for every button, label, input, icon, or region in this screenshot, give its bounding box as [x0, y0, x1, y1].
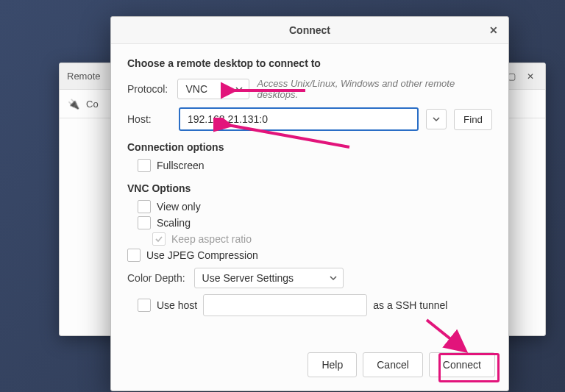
host-input[interactable] [179, 107, 419, 131]
fullscreen-label: Fullscreen [157, 160, 205, 171]
choose-heading: Choose a remote desktop to connect to [127, 57, 492, 69]
checkbox-icon[interactable] [138, 299, 151, 312]
checkbox-icon [138, 216, 151, 229]
plug-icon: 🔌 [67, 97, 80, 110]
dialog-titlebar: Connect ✕ [111, 17, 508, 44]
ssh-use-host-label: Use host [157, 299, 197, 311]
dialog-title: Connect [289, 24, 330, 36]
cancel-button[interactable]: Cancel [363, 352, 423, 377]
host-history-dropdown[interactable] [426, 109, 447, 129]
connect-button[interactable]: Connect [429, 352, 495, 377]
connection-options-heading: Connection options [127, 141, 492, 153]
keep-aspect-checkbox: Keep aspect ratio [152, 232, 492, 246]
fullscreen-checkbox[interactable]: Fullscreen [138, 159, 492, 172]
color-depth-row: Color Depth: Use Server Settings [127, 268, 492, 288]
vnc-options-heading: VNC Options [127, 182, 492, 194]
help-button[interactable]: Help [308, 352, 357, 377]
view-only-label: View only [157, 201, 201, 213]
checkbox-icon [138, 200, 151, 213]
protocol-value: VNC [185, 83, 207, 95]
scaling-label: Scaling [157, 217, 191, 229]
protocol-row: Protocol: VNC Access Unix/Linux, Windows… [127, 78, 492, 100]
color-depth-value: Use Server Settings [202, 272, 294, 284]
checkbox-icon [127, 249, 141, 262]
protocol-hint: Access Unix/Linux, Windows and other rem… [257, 78, 492, 100]
jpeg-compression-checkbox[interactable]: Use JPEG Compression [127, 249, 492, 262]
close-icon: ✕ [489, 24, 498, 36]
scaling-checkbox[interactable]: Scaling [138, 216, 492, 229]
ssh-tunnel-suffix: as a SSH tunnel [373, 299, 447, 311]
bg-toolbar-text: Co [86, 99, 99, 110]
jpeg-label: Use JPEG Compression [146, 249, 258, 261]
chevron-down-icon [330, 272, 337, 284]
ssh-tunnel-row: Use host as a SSH tunnel [138, 294, 492, 316]
checkbox-icon [152, 232, 166, 246]
color-depth-dropdown[interactable]: Use Server Settings [194, 268, 344, 288]
view-only-checkbox[interactable]: View only [138, 200, 492, 213]
close-icon[interactable]: ✕ [523, 69, 538, 84]
dialog-body: Choose a remote desktop to connect to Pr… [111, 44, 508, 342]
bg-title: Remote [67, 71, 101, 82]
connect-dialog: Connect ✕ Choose a remote desktop to con… [110, 16, 509, 391]
find-button[interactable]: Find [454, 109, 492, 130]
chevron-down-icon [235, 83, 243, 95]
color-depth-label: Color Depth: [127, 272, 185, 284]
host-label: Host: [127, 113, 171, 125]
host-row: Host: Find [127, 107, 492, 131]
dialog-footer: Help Cancel Connect [111, 342, 508, 391]
protocol-label: Protocol: [127, 83, 170, 95]
dialog-close-button[interactable]: ✕ [485, 21, 502, 39]
ssh-host-input[interactable] [203, 294, 367, 316]
protocol-dropdown[interactable]: VNC [177, 79, 249, 99]
keep-aspect-label: Keep aspect ratio [171, 233, 252, 245]
checkbox-icon [138, 159, 151, 172]
chevron-down-icon [433, 113, 440, 121]
